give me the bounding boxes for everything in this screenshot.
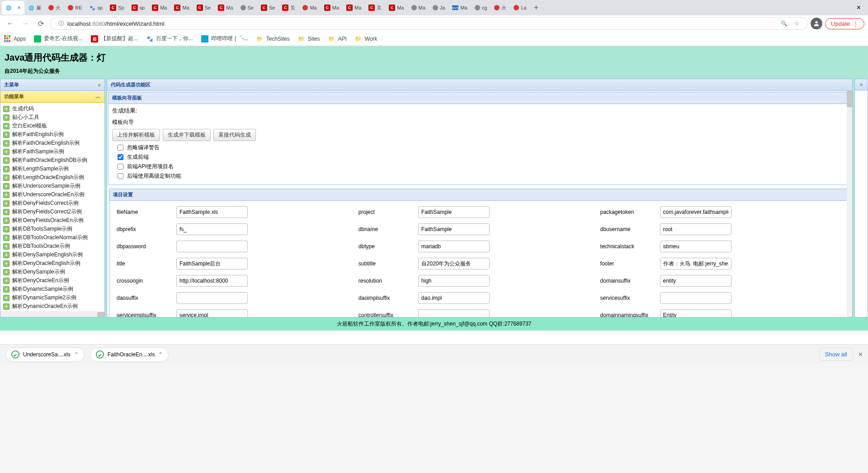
browser-tab[interactable]: Csp — [128, 1, 149, 14]
tree-item[interactable]: +空白Excel模板 — [1, 122, 104, 130]
browser-tab[interactable]: CMa — [321, 1, 343, 14]
horizontal-scrollbar[interactable] — [0, 312, 104, 317]
bookmark-item[interactable]: 哔哩哔哩 (゜-... — [201, 35, 248, 43]
bookmark-folder[interactable]: 📁API — [328, 35, 346, 43]
browser-tab[interactable]: CMa — [214, 1, 236, 14]
bookmark-folder[interactable]: 📁Sites — [298, 35, 320, 43]
browser-tab[interactable]: Se — [237, 1, 257, 14]
browser-tab[interactable]: CMa — [148, 1, 170, 14]
menu-tree[interactable]: +生成代码+贴心小工具+空白Excel模板+解析FaithEnglish示例+解… — [0, 103, 104, 312]
tree-item[interactable]: +解析DenyOracleEnglish示例 — [1, 259, 104, 268]
input-technicalstack[interactable] — [660, 241, 731, 252]
browser-tab[interactable]: 🌐雇 — [24, 1, 45, 14]
checkbox-api-projectname[interactable] — [118, 164, 123, 170]
input-dbpassword[interactable] — [176, 241, 248, 252]
collapse-left-icon[interactable]: « — [98, 82, 101, 88]
upload-parse-button[interactable]: 上传并解析模板 — [112, 129, 160, 141]
browser-tab[interactable]: CSp — [106, 1, 127, 14]
browser-tab[interactable]: RE — [64, 1, 85, 14]
input-footer[interactable] — [660, 258, 731, 270]
input-dbprefix[interactable] — [176, 223, 248, 235]
input-domainnamingsuffix[interactable] — [660, 309, 731, 317]
bookmark-folder[interactable]: 📁TechSites — [256, 35, 290, 43]
input-fileName[interactable] — [176, 206, 248, 218]
main-menu-header[interactable]: 主菜单 « — [0, 79, 104, 91]
bookmark-item[interactable]: 🐾百度一下，你... — [146, 35, 193, 43]
tree-item[interactable]: +解析FaithOracleEnglish示例 — [1, 139, 104, 147]
input-serviceimplsuffix[interactable] — [176, 309, 248, 317]
tree-item[interactable]: +解析DBToolsOracleNormal示例 — [1, 233, 104, 242]
browser-tab[interactable]: 🐾sp — [85, 1, 106, 14]
tree-item[interactable]: +解析DBToolsSample示例 — [1, 225, 104, 233]
download-item[interactable]: FaithOracleEn....xls ⌃ — [90, 347, 169, 362]
tree-item[interactable]: +解析DynamicOracleEn示例 — [1, 302, 104, 311]
input-dbname[interactable] — [418, 223, 490, 235]
browser-tab[interactable]: MVNMa — [448, 1, 471, 14]
browser-tab[interactable]: CMa — [343, 1, 365, 14]
direct-generate-button[interactable]: 直接代码生成 — [213, 129, 256, 141]
tree-item[interactable]: +解析DenyFieldsOracleEn示例 — [1, 216, 104, 225]
browser-tab[interactable]: CSe — [257, 1, 278, 14]
tree-item[interactable]: +解析DynamicSample示例 — [1, 285, 104, 293]
browser-tab[interactable]: Ja — [429, 1, 449, 14]
browser-tab[interactable]: cg — [471, 1, 491, 14]
back-button[interactable]: ← — [4, 17, 16, 30]
search-in-page-icon[interactable]: 🔍 — [778, 17, 790, 30]
input-daosuffix[interactable] — [176, 292, 248, 304]
checkbox-advanced[interactable] — [118, 173, 123, 179]
browser-tab[interactable]: 火 — [491, 1, 510, 14]
input-dbtype[interactable] — [418, 241, 490, 252]
bookmark-star-icon[interactable]: ☆ — [790, 17, 803, 30]
checkbox-ignore-warnings[interactable] — [118, 145, 123, 151]
browser-tab[interactable]: CMa — [170, 1, 193, 14]
browser-tab[interactable]: Ma — [299, 1, 320, 14]
tree-item[interactable]: +解析DBToolsOracle示例 — [1, 242, 104, 251]
tree-item[interactable]: +解析LengthOracleEnglish示例 — [1, 173, 104, 182]
tree-item[interactable]: +解析DynamicSample2示例 — [1, 293, 104, 302]
scrollbar-thumb[interactable] — [847, 91, 852, 107]
show-all-downloads[interactable]: Show all — [819, 348, 853, 361]
close-icon[interactable]: × — [17, 4, 21, 11]
chevron-up-icon[interactable]: ⌃ — [74, 351, 79, 358]
browser-tab[interactable]: La — [510, 1, 530, 14]
browser-tab[interactable]: CMa — [385, 1, 407, 14]
input-resolution[interactable] — [418, 275, 490, 287]
input-project[interactable] — [418, 206, 490, 218]
tree-item[interactable]: +解析FaithOracleEnglishDB示例 — [1, 156, 104, 165]
collapse-up-icon[interactable]: ︽ — [95, 93, 101, 100]
tree-item[interactable]: +解析UnderscoreSample示例 — [1, 182, 104, 190]
func-menu-header[interactable]: 功能菜单 ︽ — [0, 91, 104, 103]
chevron-up-icon[interactable]: ⌃ — [158, 351, 163, 358]
tree-item[interactable]: +解析DenySampleEnglish示例 — [1, 251, 104, 259]
window-close-button[interactable]: × — [851, 4, 866, 12]
browser-tab[interactable]: 火 — [45, 1, 64, 14]
profile-avatar[interactable] — [811, 18, 822, 29]
tree-item[interactable]: +生成代码 — [1, 104, 104, 113]
tree-item[interactable]: +解析DenyOracleEn示例 — [1, 276, 104, 285]
tree-item[interactable]: +解析FaithEnglish示例 — [1, 130, 104, 139]
input-daoimplsuffix[interactable] — [418, 292, 490, 304]
checkbox-gen-frontend[interactable] — [118, 154, 123, 160]
tree-item[interactable]: +解析DenyFieldsCorrect2示例 — [1, 208, 104, 216]
generate-download-button[interactable]: 生成并下载模板 — [163, 129, 211, 141]
bookmark-item[interactable]: 超【新提醒】超... — [91, 35, 138, 43]
browser-tab[interactable]: C关 — [365, 1, 385, 14]
update-button[interactable]: Update ⋮ — [825, 18, 864, 29]
reload-button[interactable]: ⟳ — [34, 17, 47, 30]
scrollbar-thumb[interactable] — [97, 312, 104, 317]
browser-tab-active[interactable]: 🌐 × — [2, 1, 24, 14]
forward-button[interactable]: → — [19, 17, 32, 30]
input-dbusername[interactable] — [660, 223, 731, 235]
tree-item[interactable]: +贴心小工具 — [1, 113, 104, 122]
input-title[interactable] — [176, 258, 248, 270]
download-item[interactable]: UnderscoreSa....xls ⌃ — [5, 347, 85, 362]
collapse-right-icon[interactable]: » — [860, 81, 863, 88]
input-domainsuffix[interactable] — [660, 275, 731, 287]
url-input[interactable]: ⓘ localhost:8080/html/excelWizard.html 🔍… — [50, 17, 808, 30]
browser-tab[interactable]: Ma — [408, 1, 429, 14]
bookmark-item[interactable]: 爱奇艺-在线视... — [34, 35, 83, 43]
tree-item[interactable]: +解析LengthSample示例 — [1, 165, 104, 173]
input-crossorigin[interactable] — [176, 275, 248, 287]
site-info-icon[interactable]: ⓘ — [55, 17, 67, 30]
bookmark-folder[interactable]: 📁Work — [355, 35, 377, 43]
